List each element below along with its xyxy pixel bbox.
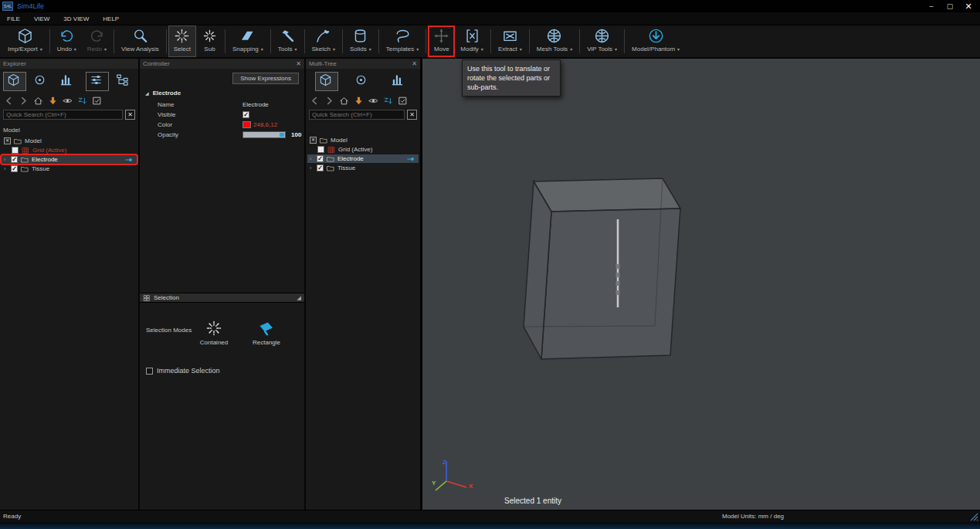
- collapse-triangle-icon[interactable]: ◢: [145, 90, 149, 96]
- tree-row-model[interactable]: ✕ Model: [307, 136, 419, 144]
- chevron-down-icon[interactable]: ▾: [333, 46, 335, 52]
- toolbar-item-mesh-tools[interactable]: Mesh Tools▾: [531, 25, 578, 57]
- visibility-checkbox[interactable]: ✓: [317, 155, 324, 162]
- chevron-down-icon[interactable]: ▾: [481, 46, 483, 52]
- tab-analysis-view[interactable]: [388, 72, 411, 91]
- z-order-icon[interactable]: [383, 96, 393, 106]
- visibility-checkbox[interactable]: ✓: [11, 156, 18, 163]
- chevron-down-icon[interactable]: ▾: [615, 46, 617, 52]
- tree-row-model[interactable]: ✕ Model: [2, 137, 137, 145]
- mode-contained[interactable]: Contained: [188, 320, 240, 346]
- name-value[interactable]: Electrode: [242, 101, 269, 108]
- toolbar-item-solids[interactable]: Solids▾: [344, 25, 377, 57]
- back-arrow-icon[interactable]: [310, 96, 320, 106]
- chevron-down-icon[interactable]: ▾: [520, 46, 522, 52]
- toolbar-item-sub[interactable]: Sub: [196, 25, 223, 57]
- expand-chevron-icon[interactable]: ›: [310, 156, 314, 161]
- search-input[interactable]: [3, 110, 123, 120]
- visibility-checkbox[interactable]: [317, 146, 324, 153]
- toolbar-item-move[interactable]: Move: [428, 25, 455, 57]
- model-box-3d[interactable]: [519, 175, 712, 375]
- opacity-slider[interactable]: [242, 131, 286, 138]
- resize-grip[interactable]: [969, 512, 978, 521]
- toolbar-item-sketch[interactable]: Sketch▾: [307, 25, 341, 57]
- toolbar-item-tools[interactable]: Tools▾: [273, 25, 303, 57]
- maximize-button[interactable]: ▢: [941, 2, 959, 10]
- pin-icon[interactable]: [405, 155, 416, 163]
- clear-search-button[interactable]: ✕: [407, 110, 417, 120]
- chevron-down-icon[interactable]: ▾: [677, 46, 680, 52]
- home-icon[interactable]: [33, 96, 43, 106]
- visible-checkbox[interactable]: ✓: [242, 111, 249, 118]
- close-panel-icon[interactable]: ✕: [296, 60, 301, 67]
- toolbar-item-snapping[interactable]: Snapping▾: [227, 25, 269, 57]
- toolbar-item-vip-tools[interactable]: ViP Tools▾: [582, 25, 622, 57]
- tree-row-electrode[interactable]: › ✓ Electrode: [2, 155, 137, 164]
- chevron-down-icon[interactable]: ▾: [570, 46, 572, 52]
- chevron-down-icon[interactable]: ▾: [74, 46, 76, 52]
- tree-row-grid[interactable]: Grid (Active): [2, 146, 137, 154]
- tristate-checkbox[interactable]: ✕: [4, 137, 11, 144]
- tree-row-electrode[interactable]: › ✓ Electrode: [307, 154, 419, 163]
- tab-model-view[interactable]: [3, 72, 26, 91]
- forward-arrow-icon[interactable]: [324, 96, 334, 106]
- tree-row-grid[interactable]: Grid (Active): [307, 145, 419, 154]
- mode-rectangle[interactable]: Rectangle: [240, 320, 293, 346]
- toolbar-item-modify[interactable]: Modify▾: [455, 25, 489, 57]
- close-panel-icon[interactable]: ✕: [412, 60, 417, 67]
- tab-model-view[interactable]: [315, 72, 338, 91]
- back-arrow-icon[interactable]: [4, 96, 14, 106]
- menu-view[interactable]: VIEW: [27, 15, 56, 22]
- minimize-button[interactable]: –: [922, 2, 941, 10]
- toolbar-item-model-phantom[interactable]: Model/Phantom▾: [626, 25, 685, 57]
- z-order-icon[interactable]: [77, 96, 87, 106]
- tristate-checkbox[interactable]: ✕: [310, 137, 317, 144]
- visibility-checkbox[interactable]: ✓: [11, 165, 18, 172]
- tree-row-tissue[interactable]: › ✓ Tissue: [2, 164, 137, 173]
- selection-section-header[interactable]: Selection ◢: [140, 293, 304, 303]
- toolbar-item-extract[interactable]: Extract▾: [493, 25, 527, 57]
- tree-row-tissue[interactable]: › ✓ Tissue: [307, 164, 419, 172]
- expand-chevron-icon[interactable]: ›: [4, 166, 8, 171]
- chevron-down-icon[interactable]: ▾: [261, 46, 263, 52]
- menu-help[interactable]: HELP: [96, 15, 126, 22]
- forward-arrow-icon[interactable]: [19, 96, 29, 106]
- search-input[interactable]: [309, 110, 405, 120]
- color-swatch[interactable]: [242, 121, 251, 128]
- tab-target-view[interactable]: [351, 72, 375, 91]
- chevron-down-icon[interactable]: ▾: [416, 46, 419, 52]
- immediate-selection-checkbox[interactable]: [146, 368, 153, 375]
- collapse-corner-icon[interactable]: ◢: [297, 295, 301, 301]
- clear-search-button[interactable]: ✕: [125, 110, 135, 120]
- color-value[interactable]: 248,6,12: [253, 121, 277, 128]
- menu-3d-view[interactable]: 3D VIEW: [56, 15, 96, 22]
- expand-chevron-icon[interactable]: ›: [310, 165, 314, 171]
- visibility-checkbox[interactable]: ✓: [317, 164, 324, 171]
- close-button[interactable]: ✕: [959, 2, 978, 12]
- checkbox-filter-icon[interactable]: [398, 96, 408, 106]
- toolbar-item-imp-export[interactable]: Imp/Export▾: [2, 25, 48, 57]
- electrode-section-header[interactable]: ◢ Electrode: [140, 86, 304, 100]
- eye-icon[interactable]: [63, 96, 73, 106]
- tab-properties-view[interactable]: [86, 72, 109, 91]
- chevron-down-icon[interactable]: ▾: [369, 46, 371, 52]
- chevron-down-icon[interactable]: ▾: [40, 46, 42, 52]
- chevron-down-icon[interactable]: ▾: [295, 46, 297, 52]
- checkbox-filter-icon[interactable]: [92, 96, 102, 106]
- down-arrow-icon[interactable]: [48, 96, 58, 106]
- viewport-3d[interactable]: Z Y X Selected 1 entity: [422, 59, 980, 510]
- toolbar-item-select[interactable]: Select: [168, 25, 196, 57]
- menu-file[interactable]: FILE: [0, 15, 27, 22]
- tab-hierarchy-view[interactable]: [112, 72, 135, 91]
- opacity-slider-thumb[interactable]: [280, 133, 284, 137]
- tab-analysis-view[interactable]: [56, 72, 79, 91]
- pin-icon[interactable]: [124, 156, 134, 164]
- toolbar-item-templates[interactable]: Templates▾: [381, 25, 424, 57]
- expand-chevron-icon[interactable]: ›: [4, 157, 8, 162]
- visibility-checkbox[interactable]: [12, 147, 19, 154]
- toolbar-item-redo[interactable]: Redo▾: [82, 25, 112, 57]
- tab-target-view[interactable]: [29, 72, 53, 91]
- home-icon[interactable]: [339, 96, 349, 106]
- eye-icon[interactable]: [368, 96, 378, 106]
- down-arrow-icon[interactable]: [354, 96, 364, 106]
